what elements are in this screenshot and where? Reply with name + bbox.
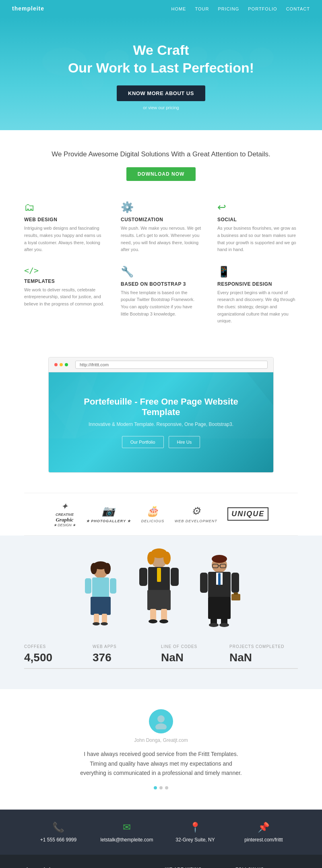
svg-rect-32	[147, 590, 171, 610]
portfolio-inner: Portefeuille - Free One Page Website Tem…	[49, 372, 273, 472]
web-design-icon: 🗂	[24, 201, 105, 214]
responsive-icon: 📱	[217, 266, 298, 278]
feature-title: RESPONSIVE DESIGN	[217, 281, 298, 287]
stats-section: COFFEES 4,500 WEB APPS 376 LINE OF CODES…	[0, 536, 322, 689]
stat-value: NaN	[229, 651, 298, 664]
team-member-1	[82, 560, 120, 628]
contact-pinterest: 📌 pinterest.com/frittt	[229, 822, 298, 843]
feature-title: SOCIAL	[217, 217, 298, 222]
maximize-dot	[65, 363, 68, 366]
svg-rect-34	[161, 609, 167, 621]
svg-point-17	[104, 563, 111, 574]
hero-sub-text: or view our pricing	[12, 105, 310, 110]
social-icon: ↩	[217, 201, 298, 214]
browser-url: http://ifrittt.com	[75, 361, 268, 369]
dot-1[interactable]	[154, 786, 157, 789]
svg-rect-33	[150, 609, 156, 621]
contact-pinterest-value: pinterest.com/frittt	[229, 837, 298, 843]
feature-desc: This free template is based on the popul…	[121, 289, 201, 318]
svg-rect-53	[231, 573, 239, 593]
feature-desc: As your business flourishes, we grow as …	[217, 225, 298, 253]
svg-rect-52	[200, 573, 208, 593]
feature-desc: Every project begins with a round of res…	[217, 289, 298, 325]
navbar: thempleite HOMETOURPRICINGPORTFOLIOCONTA…	[0, 0, 322, 17]
client-logo-4: ⚙ WEB DEVELOPMENT	[175, 505, 217, 523]
unique-logo: UNIQUE	[227, 507, 268, 521]
svg-point-22	[93, 622, 100, 625]
contact-phone-value: +1 555 666 9999	[24, 837, 93, 843]
stat-webapps: WEB APPS 376	[93, 640, 161, 669]
feature-title: CUSTOMIZATION	[121, 217, 201, 222]
portfolio-preview-wrapper: http://ifrittt.com Portefeuille - Free O…	[0, 341, 322, 493]
team-illustration	[0, 536, 322, 632]
browser-dots	[54, 363, 68, 366]
svg-point-23	[101, 622, 108, 625]
svg-rect-25	[110, 578, 116, 594]
photogallery-icon: 📷	[86, 505, 131, 517]
dot-3[interactable]	[165, 786, 168, 789]
team-member-3	[198, 554, 241, 628]
svg-point-40	[212, 555, 227, 563]
testimonial-avatar	[149, 709, 173, 733]
nav-link-pricing[interactable]: PRICING	[218, 6, 239, 11]
svg-rect-38	[171, 568, 179, 586]
testimonial-text: I have always received good service from…	[76, 750, 246, 778]
svg-point-50	[209, 623, 219, 627]
svg-point-16	[91, 563, 97, 574]
svg-rect-47	[208, 597, 231, 619]
webdev-icon: ⚙	[175, 505, 217, 517]
svg-point-57	[155, 723, 167, 729]
stat-label: COFFEES	[24, 644, 93, 649]
client-logo-5: UNIQUE	[227, 507, 268, 521]
creative-graphic-icon: ✦	[54, 501, 76, 512]
templates-icon: </>	[24, 266, 105, 275]
contact-email-value: letstalk@thempleite.com	[93, 837, 161, 843]
nav-link-portfolio[interactable]: PORTFOLIO	[248, 6, 277, 11]
client-logo-3: 🎂 DELICIOUS	[141, 505, 165, 523]
delicious-icon: 🎂	[141, 505, 165, 517]
features-section: We Provide Awesome Digital Solutions Wit…	[0, 130, 322, 341]
svg-point-35	[149, 619, 157, 623]
contact-address: 📍 32-Grey Suite, NY	[161, 822, 229, 843]
testimonial-author: John Donga, Greatjt.com	[24, 737, 298, 743]
customization-icon: ⚙️	[121, 201, 201, 214]
site-logo: thempleite	[12, 5, 44, 12]
svg-point-29	[163, 552, 171, 565]
contact-address-value: 32-Grey Suite, NY	[161, 837, 229, 843]
close-dot	[54, 363, 58, 366]
svg-point-28	[147, 552, 155, 565]
client-logo-1: ✦ CREATIVE Graphic ★ DESIGN ★	[54, 501, 76, 527]
contact-bar: 📞 +1 555 666 9999 ✉ letstalk@thempleite.…	[0, 810, 322, 855]
nav-link-tour[interactable]: TOUR	[195, 6, 209, 11]
browser-bar: http://ifrittt.com	[49, 357, 273, 372]
feature-bootstrap: 🔧 BASED ON BOOTSTRAP 3 This free templat…	[121, 266, 201, 325]
nav-link-contact[interactable]: CONTACT	[286, 6, 310, 11]
download-button[interactable]: DOWNLOAD NOW	[126, 167, 196, 181]
feature-customization: ⚙️ CUSTOMIZATION We push. We make you ne…	[121, 201, 201, 253]
contact-email: ✉ letstalk@thempleite.com	[93, 822, 161, 843]
svg-point-36	[159, 619, 168, 623]
svg-rect-37	[139, 568, 147, 586]
client-logo-2: 📷 ★ PHOTOGALLERY ★	[86, 505, 131, 523]
feature-responsive: 📱 RESPONSIVE DESIGN Every project begins…	[217, 266, 298, 325]
feature-title: BASED ON BOOTSTRAP 3	[121, 281, 201, 287]
feature-templates: </> TEMPLATES We work to deliver results…	[24, 266, 105, 325]
testimonial-section: John Donga, Greatjt.com I have always re…	[0, 689, 322, 810]
hero-title: We Craft Our Work to Last Perfection!	[12, 41, 310, 77]
nav-links: HOMETOURPRICINGPORTFOLIOCONTACT	[171, 5, 310, 12]
stat-coffees: COFFEES 4,500	[24, 640, 93, 669]
location-icon: 📍	[161, 822, 229, 833]
svg-rect-24	[85, 578, 91, 594]
stat-label: LINE OF CODES	[161, 644, 229, 649]
svg-point-51	[219, 623, 229, 627]
feature-title: WEB DESIGN	[24, 217, 105, 222]
svg-rect-46	[218, 573, 221, 585]
nav-link-home[interactable]: HOME	[171, 6, 186, 11]
footer: thempleite © 2015 ThemepleiteAll Rights …	[0, 855, 322, 868]
hero-cta-button[interactable]: Know More About Us	[117, 85, 205, 101]
pinterest-icon: 📌	[229, 822, 298, 833]
team-member-2	[136, 548, 182, 628]
dot-2[interactable]	[159, 786, 163, 789]
email-icon: ✉	[93, 822, 161, 833]
svg-rect-19	[91, 597, 111, 615]
